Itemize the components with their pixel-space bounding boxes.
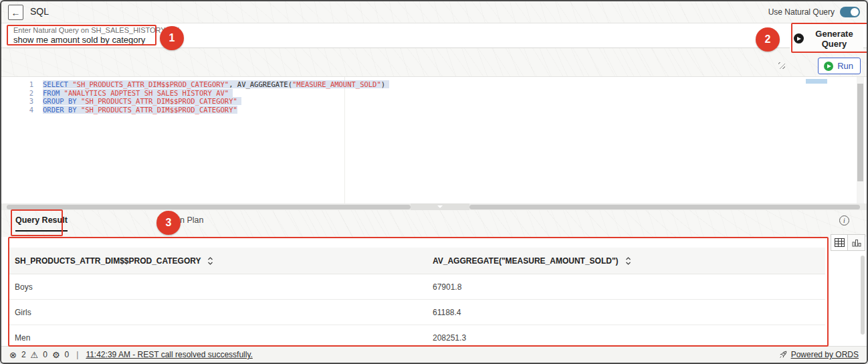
rocket-icon: [778, 350, 788, 359]
table-body: Boys67901.8Girls61188.4Men208251.3: [9, 274, 825, 351]
sql-code-editor[interactable]: 1234 SELECT "SH_PRODUCTS_ATTR_DIM$$PROD_…: [1, 76, 867, 203]
annotation-badge-2: 2: [756, 27, 780, 52]
play-dark-icon: [794, 33, 804, 43]
run-button[interactable]: Run: [818, 58, 861, 74]
annotation-badge-1: 1: [160, 26, 184, 50]
line-number: 2: [1, 89, 33, 98]
warning-icon: ⚠: [31, 350, 39, 360]
line-number: 4: [1, 106, 33, 114]
status-message-link[interactable]: 11:42:39 AM - REST call resolved success…: [86, 350, 252, 359]
tab-query-result[interactable]: Query Result: [15, 215, 68, 232]
cell-category: Men: [9, 333, 433, 343]
table-row[interactable]: Boys67901.8: [9, 274, 825, 300]
cell-measure: 67901.8: [433, 282, 825, 292]
natural-query-toggle-label: Use Natural Query: [768, 7, 835, 17]
back-arrow-icon: ←: [11, 7, 21, 18]
selection-overview-mark: [806, 79, 827, 84]
powered-by-ords-link[interactable]: Powered by ORDS: [791, 350, 859, 359]
info-icon[interactable]: i: [839, 215, 849, 225]
play-green-icon: [824, 62, 833, 71]
cell-category: Boys: [9, 282, 433, 292]
page-title: SQL: [30, 6, 49, 17]
gear-icon: ⚙: [52, 350, 60, 360]
cell-measure: 61188.4: [433, 308, 825, 317]
scrollbar-thumb[interactable]: [861, 256, 865, 335]
natural-query-input[interactable]: show me amount sold by category: [13, 35, 145, 45]
process-count: 0: [65, 350, 70, 359]
line-number: 1: [1, 80, 33, 89]
status-separator: |: [76, 350, 78, 359]
error-count: 2: [21, 350, 26, 359]
code-lines: SELECT "SH_PRODUCTS_ATTR_DIM$$PROD_CATEG…: [43, 80, 786, 114]
status-bar: ⊗ 2 ⚠ 0 ⚙ 0 | 11:42:39 AM - REST call re…: [1, 346, 867, 363]
error-icon: ⊗: [9, 350, 17, 360]
annotation-badge-3: 3: [156, 211, 181, 235]
grid-view-icon[interactable]: [831, 234, 848, 251]
sql-worksheet-window: ← SQL Use Natural Query Enter Natural Qu…: [0, 0, 868, 364]
natural-query-placeholder: Enter Natural Query on SH_SALES_HISTORY_…: [13, 26, 179, 34]
editor-vertical-scrollbar[interactable]: [857, 77, 864, 203]
editor-horizontal-scrollbar[interactable]: [1, 203, 867, 210]
results-vertical-scrollbar[interactable]: [860, 242, 865, 343]
code-line: FROM "ANALYTICS_ADPTEST_SH_SALES_HISTORY…: [43, 89, 786, 98]
warning-count: 0: [43, 350, 47, 359]
table-row[interactable]: Girls61188.4: [9, 300, 825, 325]
hscroll-thumb-right[interactable]: [469, 205, 860, 209]
sort-icon[interactable]: [207, 257, 213, 265]
column-header-measure[interactable]: AV_AGGREGATE("MEASURE_AMOUNT_SOLD"): [433, 256, 825, 266]
column-header-category[interactable]: SH_PRODUCTS_ATTR_DIM$$PROD_CATEGORY: [9, 256, 433, 266]
code-line: SELECT "SH_PRODUCTS_ATTR_DIM$$PROD_CATEG…: [43, 80, 786, 89]
natural-query-panel[interactable]: Enter Natural Query on SH_SALES_HISTORY_…: [1, 23, 867, 48]
generate-query-label: Generate Query: [809, 29, 859, 49]
line-number: 3: [1, 97, 33, 106]
run-label: Run: [837, 61, 853, 71]
result-grid: SH_PRODUCTS_ATTR_DIM$$PROD_CATEGORY AV_A…: [9, 248, 825, 351]
code-line: GROUP BY "SH_PRODUCTS_ATTR_DIM$$PROD_CAT…: [43, 97, 786, 106]
hscroll-thumb-left[interactable]: [7, 205, 411, 209]
resize-grip-icon[interactable]: [778, 62, 785, 69]
table-header-row: SH_PRODUCTS_ATTR_DIM$$PROD_CATEGORY AV_A…: [9, 248, 825, 274]
query-result-panel: SH_PRODUCTS_ATTR_DIM$$PROD_CATEGORY AV_A…: [1, 237, 867, 349]
results-tab-bar: Query Result Explain Plan i: [1, 210, 867, 237]
scrollbar-thumb[interactable]: [857, 84, 863, 181]
toggle-knob: [851, 8, 859, 16]
code-line: ORDER BY "SH_PRODUCTS_ATTR_DIM$$PROD_CAT…: [43, 106, 786, 114]
generate-query-button[interactable]: Generate Query: [790, 25, 863, 52]
cell-category: Girls: [9, 308, 433, 317]
back-button[interactable]: ←: [8, 5, 23, 20]
top-header-bar: ← SQL Use Natural Query: [1, 1, 867, 23]
gutter: 1234: [1, 80, 33, 114]
cell-measure: 208251.3: [433, 333, 825, 343]
sort-icon[interactable]: [625, 257, 631, 265]
splitter-collapse-handle[interactable]: [411, 203, 469, 210]
natural-query-toggle[interactable]: [840, 7, 860, 17]
